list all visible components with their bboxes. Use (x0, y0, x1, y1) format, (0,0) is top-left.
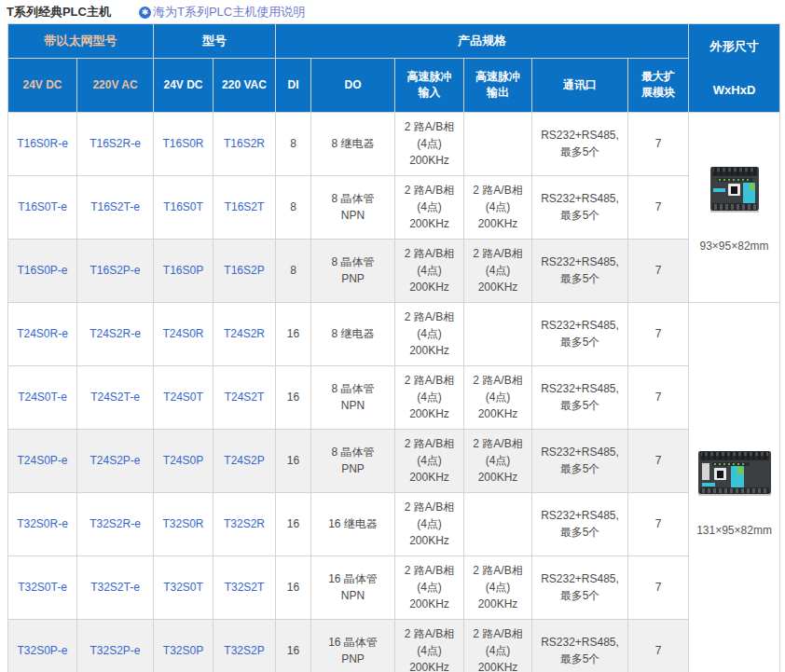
model-link[interactable]: T24S0R (162, 327, 203, 340)
plc-product-image-large (695, 446, 774, 503)
cell-di: 16 (276, 492, 311, 555)
table-row: T32S0T-e T32S2T-e T32S0T T32S2T 16 16 晶体… (8, 555, 780, 619)
column-header-comm-port: 通讯口 (532, 58, 628, 112)
cell-comm: RS232+RS485, 最多5个 (532, 175, 628, 239)
plc-spec-table: 带以太网型号 型号 产品规格 外形尺寸 WxHxD 24V DC 220V AC… (7, 23, 780, 672)
column-header-eth-220vac: 220V AC (77, 58, 154, 112)
cell-24v: T24S0P (154, 429, 213, 492)
column-header-max-expansion: 最大扩 展模块 (628, 58, 689, 112)
cell-comm: RS232+RS485, 最多5个 (532, 112, 628, 175)
cell-24v: T16S0R (154, 112, 213, 175)
cell-pulse-in: 2 路A/B相 (4点) 200KHz (395, 365, 464, 429)
model-link[interactable]: T32S0R (162, 517, 203, 530)
header-group-models: 型号 (154, 24, 276, 59)
dimension-cell-t16: 93×95×82mm (689, 112, 780, 302)
model-link[interactable]: T32S2T (225, 581, 265, 594)
cell-eth-220v: T32S2T-e (77, 555, 154, 619)
model-link[interactable]: T32S2R-e (90, 517, 141, 530)
header-dimensions: 外形尺寸 WxHxD (689, 24, 780, 113)
cell-max-exp: 7 (628, 365, 689, 429)
cell-24v: T16S0T (154, 175, 213, 239)
page-title: T系列经典PLC主机 (7, 4, 111, 21)
model-link[interactable]: T16S2P-e (90, 264, 140, 277)
table-row: T24S0R-e T24S2R-e T24S0R T24S2R 16 8 继电器… (8, 302, 780, 365)
model-link[interactable]: T24S0T-e (18, 391, 67, 404)
header-dimensions-title: 外形尺寸 (689, 39, 779, 54)
cell-comm: RS232+RS485, 最多5个 (532, 365, 628, 429)
model-link[interactable]: T32S0P (163, 644, 203, 657)
model-link[interactable]: T24S2T-e (90, 391, 140, 404)
cell-eth-220v: T32S2P-e (77, 619, 154, 672)
model-link[interactable]: T16S2T (225, 200, 265, 213)
cell-pulse-in: 2 路A/B相 (4点) 200KHz (395, 429, 464, 492)
model-link[interactable]: T16S0T-e (18, 200, 67, 213)
cell-comm: RS232+RS485, 最多5个 (532, 239, 628, 302)
cell-pulse-in: 2 路A/B相 (4点) 200KHz (395, 175, 464, 239)
model-link[interactable]: T24S0P (163, 454, 203, 467)
model-link[interactable]: T24S2R (224, 327, 265, 340)
cell-eth-220v: T24S2P-e (77, 429, 154, 492)
column-header-220vac: 220 VAC (213, 58, 276, 112)
cell-220v: T32S2P (213, 619, 276, 672)
cell-220v: T16S2P (213, 239, 276, 302)
cell-do: 16 晶体管 NPN (311, 555, 395, 619)
cell-comm: RS232+RS485, 最多5个 (532, 302, 628, 365)
table-row: T24S0P-e T24S2P-e T24S0P T24S2P 16 8 晶体管… (8, 429, 780, 492)
cell-comm: RS232+RS485, 最多5个 (532, 619, 628, 672)
cell-24v: T16S0P (154, 239, 213, 302)
model-link[interactable]: T32S0R-e (17, 517, 68, 530)
model-link[interactable]: T24S2R-e (90, 327, 141, 340)
cell-220v: T32S2R (213, 492, 276, 555)
cell-di: 8 (276, 175, 311, 239)
cell-24v: T32S0P (154, 619, 213, 672)
column-header-pulse-input: 高速脉冲 输入 (395, 58, 464, 112)
model-link[interactable]: T16S0P-e (17, 264, 67, 277)
header-sub-row: 24V DC 220V AC 24V DC 220 VAC DI DO 高速脉冲… (8, 58, 780, 112)
model-link[interactable]: T16S0R-e (17, 137, 68, 150)
model-link[interactable]: T24S0P-e (17, 454, 67, 467)
model-link[interactable]: T32S2P-e (90, 644, 140, 657)
model-link[interactable]: T24S2T (225, 391, 265, 404)
usage-doc-link[interactable]: ✱ 海为T系列PLC主机使用说明 (139, 4, 305, 21)
model-link[interactable]: T16S0T (163, 200, 203, 213)
model-link[interactable]: T32S2T-e (90, 581, 140, 594)
model-link[interactable]: T32S0P-e (17, 644, 67, 657)
cell-do: 8 晶体管 NPN (311, 365, 395, 429)
cell-24v: T32S0T (154, 555, 213, 619)
model-link[interactable]: T24S2P-e (90, 454, 140, 467)
model-link[interactable]: T32S2P (224, 644, 264, 657)
model-link[interactable]: T24S0R-e (17, 327, 68, 340)
cell-eth-220v: T24S2T-e (77, 365, 154, 429)
cell-do: 8 晶体管 PNP (311, 239, 395, 302)
column-header-di: DI (276, 58, 311, 112)
gear-icon: ✱ (139, 7, 151, 19)
model-link[interactable]: T16S2T-e (90, 200, 140, 213)
model-link[interactable]: T16S0R (162, 137, 203, 150)
cell-pulse-out: 2 路A/B相 (4点) 200KHz (464, 619, 532, 672)
model-link[interactable]: T32S2R (224, 517, 265, 530)
model-link[interactable]: T24S2P (224, 454, 264, 467)
model-link[interactable]: T32S0T (163, 581, 203, 594)
table-row: T16S0R-e T16S2R-e T16S0R T16S2R 8 8 继电器 … (8, 112, 780, 175)
table-row: T16S0P-e T16S2P-e T16S0P T16S2P 8 8 晶体管 … (8, 239, 780, 302)
cell-pulse-in: 2 路A/B相 (4点) 200KHz (395, 112, 464, 175)
cell-pulse-out (464, 492, 532, 555)
model-link[interactable]: T16S2R (224, 137, 265, 150)
cell-eth-24v: T24S0R-e (8, 302, 77, 365)
model-link[interactable]: T24S0T (163, 391, 203, 404)
cell-eth-220v: T16S2P-e (77, 239, 154, 302)
cell-pulse-out: 2 路A/B相 (4点) 200KHz (464, 365, 532, 429)
cell-max-exp: 7 (628, 175, 689, 239)
plc-product-image-small (706, 159, 764, 219)
cell-comm: RS232+RS485, 最多5个 (532, 429, 628, 492)
model-link[interactable]: T16S0P (163, 264, 203, 277)
header-dimensions-sub: WxHxD (689, 83, 779, 98)
column-header-24vdc: 24V DC (154, 58, 213, 112)
cell-220v: T16S2T (213, 175, 276, 239)
cell-eth-220v: T32S2R-e (77, 492, 154, 555)
model-link[interactable]: T16S2R-e (90, 137, 141, 150)
model-link[interactable]: T32S0T-e (18, 581, 67, 594)
top-bar: T系列经典PLC主机 ✱ 海为T系列PLC主机使用说明 (0, 0, 785, 23)
cell-eth-24v: T16S0T-e (8, 175, 77, 239)
model-link[interactable]: T16S2P (224, 264, 264, 277)
